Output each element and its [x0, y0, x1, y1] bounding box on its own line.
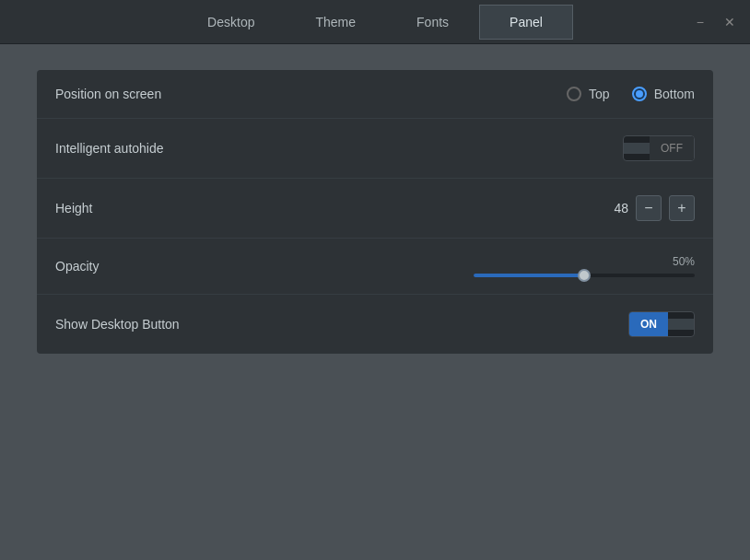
height-value: 48	[603, 201, 628, 216]
height-label: Height	[55, 201, 603, 216]
opacity-label: Opacity	[55, 259, 474, 274]
tab-theme[interactable]: Theme	[285, 5, 386, 40]
radio-bottom[interactable]: Bottom	[632, 87, 695, 101]
show-desktop-off-portion[interactable]	[668, 319, 694, 330]
radio-top-circle	[567, 87, 581, 101]
position-label: Position on screen	[55, 87, 567, 101]
height-control: 48 − +	[603, 195, 695, 221]
position-row: Position on screen Top Bottom	[37, 70, 713, 119]
height-row: Height 48 − +	[37, 179, 713, 239]
tab-group: Desktop Theme Fonts Panel	[177, 5, 573, 40]
show-desktop-toggle[interactable]: ON	[628, 311, 695, 337]
radio-top[interactable]: Top	[567, 87, 610, 101]
opacity-row: Opacity 50%	[37, 239, 713, 295]
position-radio-group: Top Bottom	[567, 87, 695, 101]
height-decrease-button[interactable]: −	[636, 195, 662, 221]
opacity-slider-fill	[474, 274, 584, 277]
opacity-percent: 50%	[673, 255, 695, 268]
settings-panel: Position on screen Top Bottom Intelligen…	[37, 70, 713, 354]
opacity-slider-thumb[interactable]	[578, 269, 591, 282]
tab-fonts[interactable]: Fonts	[386, 5, 479, 40]
opacity-container: 50%	[474, 255, 695, 277]
radio-top-label: Top	[589, 87, 610, 101]
show-desktop-label: Show Desktop Button	[55, 317, 628, 332]
radio-bottom-circle	[632, 87, 647, 101]
height-increase-button[interactable]: +	[669, 195, 695, 221]
tab-desktop[interactable]: Desktop	[177, 5, 285, 40]
autohide-row: Intelligent autohide OFF	[37, 119, 713, 179]
tab-panel[interactable]: Panel	[479, 5, 573, 40]
autohide-label: Intelligent autohide	[55, 141, 623, 156]
close-button[interactable]: ✕	[719, 13, 741, 31]
window-controls: − ✕	[691, 13, 741, 31]
show-desktop-row: Show Desktop Button ON	[37, 295, 713, 354]
title-bar: Desktop Theme Fonts Panel − ✕	[0, 0, 750, 44]
main-content: Position on screen Top Bottom Intelligen…	[0, 44, 750, 372]
show-desktop-on-label[interactable]: ON	[629, 312, 668, 336]
autohide-toggle[interactable]: OFF	[623, 135, 695, 161]
autohide-state-label[interactable]: OFF	[650, 136, 694, 160]
radio-bottom-label: Bottom	[654, 87, 695, 101]
minimize-button[interactable]: −	[691, 13, 709, 31]
opacity-slider[interactable]	[474, 274, 695, 277]
autohide-off-portion[interactable]	[624, 143, 650, 154]
